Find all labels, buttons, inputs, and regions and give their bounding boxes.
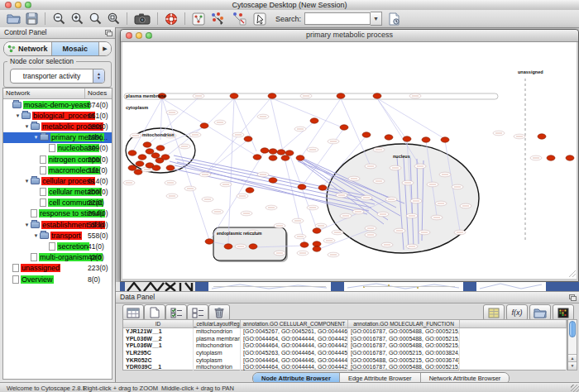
- table-row-YLR295C[interactable]: YLR295Ccytoplasm[GO:0045263, GO:0044464,…: [123, 350, 567, 357]
- node-selected[interactable]: [313, 228, 321, 233]
- float-data-panel-icon[interactable]: [569, 294, 576, 300]
- node-color-dropdown[interactable]: transporter activity ▲▼: [10, 69, 105, 84]
- cell-region[interactable]: cytoplasm: [194, 357, 241, 365]
- cell-mf[interactable]: [GO:0005488, GO:0005215, GO:0003674]: [348, 357, 460, 365]
- node-selected[interactable]: [253, 155, 261, 160]
- network-canvas[interactable]: plasma membrane cytoplasm mitochondrion …: [122, 42, 577, 279]
- node-selected[interactable]: [224, 244, 232, 249]
- search-input[interactable]: [304, 12, 371, 25]
- node-selected[interactable]: [200, 123, 208, 128]
- cell-mf[interactable]: [GO:0016787, GO:0005488, GO:0005215, G..…: [348, 328, 460, 336]
- selection-mode-icon[interactable]: [251, 12, 268, 26]
- node-selected[interactable]: [151, 153, 160, 158]
- node-selected[interactable]: [261, 148, 269, 153]
- node-selected[interactable]: [296, 155, 304, 160]
- cell-region[interactable]: cytoplasm: [194, 350, 241, 357]
- scrollbar-thumb[interactable]: [569, 321, 576, 337]
- tree-expand-icon[interactable]: ▼: [23, 179, 31, 184]
- table-row-YPL036W__2[interactable]: YPL036W__2plasma membrane[GO:0044464, GO…: [123, 336, 567, 343]
- node-selected[interactable]: [277, 150, 285, 155]
- cell-id[interactable]: YLR295C: [123, 350, 194, 357]
- snapshot-icon[interactable]: [132, 12, 152, 26]
- tree-column-nodes[interactable]: Nodes: [85, 88, 112, 98]
- function-builder-icon[interactable]: f(x): [506, 304, 528, 321]
- node-selected[interactable]: [269, 149, 277, 154]
- dropdown-stepper-icon[interactable]: ▲▼: [93, 69, 104, 83]
- node-selected[interactable]: [403, 136, 411, 141]
- node-selected[interactable]: [128, 165, 136, 170]
- cell-cc[interactable]: [GO:0045263, GO:0044464, GO:0044455, G..…: [241, 350, 348, 357]
- tree-item-biological-process[interactable]: ▼biological_process651(0): [3, 110, 112, 121]
- attribute-table-icon[interactable]: [122, 304, 144, 321]
- cell-cc[interactable]: [GO:0044464, GO:0044444, GO:0044425, G..…: [241, 342, 348, 350]
- matrix-icon[interactable]: [483, 304, 505, 321]
- cell-cc[interactable]: [GO:0044464, GO:0044444, GO:0044425, G..…: [241, 364, 348, 371]
- node-selected[interactable]: [268, 93, 276, 98]
- table-scrollbar[interactable]: ▲ ▼: [567, 319, 577, 370]
- node-selected[interactable]: [547, 155, 555, 160]
- resize-grip[interactable]: [571, 385, 579, 392]
- session-details-icon[interactable]: [385, 12, 402, 26]
- zoom-out-icon[interactable]: [50, 12, 67, 26]
- node-selected[interactable]: [156, 146, 165, 151]
- window-border-peek[interactable]: [463, 282, 476, 291]
- window-border-peek[interactable]: [546, 282, 579, 291]
- cell-id[interactable]: YDR039C__1: [123, 364, 194, 371]
- table-row-YKR052C[interactable]: YKR052Ccytoplasm[GO:0044464, GO:0044446,…: [123, 357, 567, 365]
- tree-item-multi-organism-pro[interactable]: multi-organism pro42(0): [3, 252, 112, 263]
- tree-item-secretion[interactable]: secretion41(0): [3, 241, 112, 251]
- cell-id[interactable]: YKR052C: [123, 357, 194, 365]
- node-selected[interactable]: [340, 125, 348, 130]
- cell-mf[interactable]: [GO:0016787, GO:0005215, GO:0003824, G..…: [348, 350, 460, 357]
- help-icon[interactable]: [163, 12, 179, 26]
- node-selected[interactable]: [385, 135, 393, 140]
- tree-item-overview[interactable]: Overview8(0): [3, 274, 112, 284]
- tree-column-network[interactable]: Network: [3, 88, 85, 98]
- tree-expand-icon[interactable]: ▼: [23, 222, 31, 227]
- cell-id[interactable]: YPL036W__2: [123, 336, 194, 343]
- network-window-titlebar[interactable]: primary metabolic process: [121, 30, 578, 42]
- column-header-1[interactable]: _cellularLayoutRegion: [194, 320, 241, 327]
- node-selected[interactable]: [161, 155, 170, 160]
- cell-region[interactable]: mitochondrion: [194, 342, 241, 350]
- node-selected[interactable]: [285, 151, 294, 155]
- delete-attribute-icon[interactable]: [208, 304, 230, 321]
- node-selected[interactable]: [313, 246, 321, 251]
- cell-region[interactable]: mitochondrion: [194, 328, 241, 336]
- node-selected[interactable]: [566, 155, 574, 160]
- tree-item-cellular-metabol[interactable]: cellular metabol209(0): [3, 187, 112, 198]
- window-border-peek[interactable]: [195, 282, 208, 291]
- zoom-selected-icon[interactable]: [87, 12, 103, 26]
- scroll-down-icon[interactable]: ▼: [568, 361, 577, 370]
- tab-network[interactable]: Network: [4, 42, 52, 55]
- tab-overflow-arrow[interactable]: ▶: [99, 42, 111, 55]
- node-selected[interactable]: [205, 239, 213, 244]
- cell-mf[interactable]: [GO:0016787, GO:0005488, GO:0005215, G..…: [348, 364, 460, 371]
- select-attributes-icon[interactable]: [165, 304, 187, 321]
- column-header-2[interactable]: annotation.GO CELLULAR_COMPONENT: [241, 320, 348, 327]
- node-selected[interactable]: [362, 132, 371, 137]
- cell-id[interactable]: YPL036W__1: [123, 342, 194, 350]
- tree-item-response-to-stimulu[interactable]: response to stimulu264(0): [3, 208, 112, 219]
- tree-item-primary-metabo[interactable]: ▼primary metabo209(...: [3, 132, 112, 143]
- node-selected[interactable]: [310, 118, 318, 123]
- node-selected[interactable]: [244, 136, 252, 141]
- tree-item-transport[interactable]: ▼transport558(0): [3, 230, 112, 241]
- tree-item-establishment-of-lo[interactable]: ▼establishment of lo558(0): [3, 219, 112, 230]
- network-manager-icon[interactable]: [190, 12, 207, 26]
- cell-region[interactable]: mitochondrion: [194, 364, 241, 371]
- float-panel-icon[interactable]: [105, 30, 112, 36]
- edge[interactable]: [377, 98, 445, 139]
- node-selected[interactable]: [152, 165, 160, 170]
- node-selected[interactable]: [298, 184, 306, 189]
- table-row-YJR121W__1[interactable]: YJR121W__1mitochondrion[GO:0045267, GO:0…: [123, 328, 567, 336]
- tree-item-nitrogen-compo[interactable]: nitrogen compo209(0): [3, 154, 112, 165]
- node-selected[interactable]: [538, 134, 546, 139]
- open-file-icon[interactable]: [5, 12, 22, 26]
- network-graph[interactable]: plasma membrane cytoplasm mitochondrion …: [122, 42, 577, 279]
- table-row-YDR039C__1[interactable]: YDR039C__1mitochondrion[GO:0044464, GO:0…: [123, 364, 567, 371]
- node-selected[interactable]: [249, 244, 257, 249]
- zoom-in-icon[interactable]: [69, 12, 85, 26]
- tree-expand-icon[interactable]: ▼: [14, 113, 22, 118]
- column-header-3[interactable]: annotation.GO MOLECULAR_FUNCTION: [348, 320, 460, 327]
